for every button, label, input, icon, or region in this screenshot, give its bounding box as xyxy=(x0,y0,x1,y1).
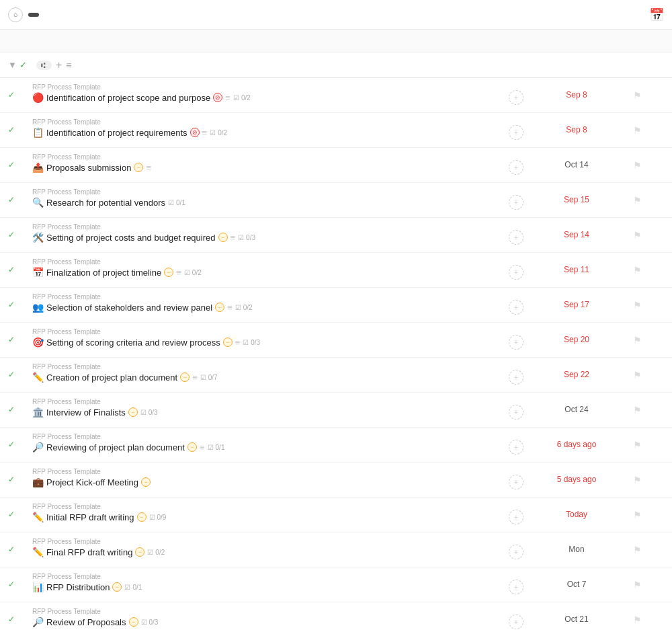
flag-icon[interactable]: ⚑ xyxy=(633,90,642,101)
task-name[interactable]: Setting of scoring criteria and review p… xyxy=(46,338,220,348)
flag-icon[interactable]: ⚑ xyxy=(633,195,642,206)
task-name[interactable]: Reviewing of project plan document xyxy=(46,442,185,452)
task-due-col: Sep 8 xyxy=(543,114,610,134)
task-check-icon[interactable]: ✓ xyxy=(8,405,15,414)
flag-icon[interactable]: ⚑ xyxy=(633,265,642,276)
task-name[interactable]: Identification of project requirements xyxy=(46,128,187,138)
flag-icon[interactable]: ⚑ xyxy=(633,405,642,416)
assignee-avatar[interactable]: + xyxy=(509,370,523,385)
flag-icon[interactable]: ⚑ xyxy=(633,160,642,171)
assignee-avatar[interactable]: + xyxy=(509,90,523,105)
task-name[interactable]: Creation of project plan document xyxy=(46,372,177,383)
task-priority-col: ⚑ xyxy=(610,394,664,416)
assignee-avatar[interactable]: + xyxy=(509,405,523,420)
task-check-icon[interactable]: ✓ xyxy=(8,335,15,344)
task-content: RFP Process Template 🛠️ Setting of proje… xyxy=(32,219,489,247)
collapse-icon[interactable]: ▼ xyxy=(8,60,17,70)
task-name[interactable]: Identification of project scope and purp… xyxy=(46,93,210,103)
task-name[interactable]: Final RFP draft writing xyxy=(46,547,132,557)
group-add-button[interactable]: + xyxy=(56,59,62,71)
task-left-col: ✓ xyxy=(8,114,32,134)
task-content: RFP Process Template 🔎 Review of Proposa… xyxy=(32,604,489,631)
task-check-icon[interactable]: ✓ xyxy=(8,440,15,449)
add-assignee-icon: + xyxy=(514,339,518,346)
task-menu-icon[interactable]: ≡ xyxy=(200,442,205,452)
task-priority-col: ⚑ xyxy=(610,429,664,450)
task-check-icon[interactable]: ✓ xyxy=(8,195,15,204)
assignee-avatar[interactable]: + xyxy=(509,300,523,315)
task-menu-icon[interactable]: ≡ xyxy=(225,93,230,103)
task-name[interactable]: Finalization of project timeline xyxy=(46,268,161,278)
task-name-row: 👥 Selection of stakeholders and review p… xyxy=(32,302,484,313)
flag-icon[interactable]: ⚑ xyxy=(633,370,642,381)
task-check-icon[interactable]: ✓ xyxy=(8,475,15,484)
assignee-avatar[interactable]: + xyxy=(509,125,523,140)
task-check-icon[interactable]: ✓ xyxy=(8,300,15,309)
flag-icon[interactable]: ⚑ xyxy=(633,545,642,555)
task-check-icon[interactable]: ✓ xyxy=(8,370,15,379)
task-name[interactable]: Selection of stakeholders and review pan… xyxy=(46,303,212,313)
task-left-col: ✓ xyxy=(8,604,32,624)
flag-icon[interactable]: ⚑ xyxy=(633,615,642,625)
flag-icon[interactable]: ⚑ xyxy=(633,230,642,241)
task-check-icon[interactable]: ✓ xyxy=(8,265,15,274)
assignee-avatar[interactable]: + xyxy=(509,335,523,350)
priority-medium-dot: − xyxy=(218,233,228,242)
task-name[interactable]: Interview of Finalists xyxy=(46,407,126,418)
flag-icon[interactable]: ⚑ xyxy=(633,475,642,485)
header-bar: ○ 📅 xyxy=(0,0,672,30)
task-name[interactable]: Review of Proposals xyxy=(46,617,126,627)
task-menu-icon[interactable]: ≡ xyxy=(202,128,208,138)
assignee-avatar[interactable]: + xyxy=(509,440,523,455)
task-check-icon[interactable]: ✓ xyxy=(8,125,15,134)
assignee-avatar[interactable]: + xyxy=(509,160,523,175)
back-button[interactable]: ○ xyxy=(8,7,23,22)
flag-icon[interactable]: ⚑ xyxy=(633,440,642,450)
flag-icon[interactable]: ⚑ xyxy=(633,125,642,136)
assignee-avatar[interactable]: + xyxy=(509,195,523,210)
priority-medium-dot: − xyxy=(135,547,144,557)
flag-icon[interactable]: ⚑ xyxy=(633,300,642,311)
priority-medium-dot: − xyxy=(141,477,151,487)
task-row: ✓ RFP Process Template ✏️ Initial RFP dr… xyxy=(0,498,672,532)
assignee-avatar[interactable]: + xyxy=(509,265,523,280)
task-menu-icon[interactable]: ≡ xyxy=(146,163,151,173)
flag-icon[interactable]: ⚑ xyxy=(633,580,642,590)
task-check-icon[interactable]: ✓ xyxy=(8,510,15,519)
task-check-icon[interactable]: ✓ xyxy=(8,160,15,169)
task-menu-icon[interactable]: ≡ xyxy=(176,268,181,278)
assignee-avatar[interactable]: + xyxy=(509,230,523,245)
task-name[interactable]: Proposals submission xyxy=(46,163,131,173)
task-menu-icon[interactable]: ≡ xyxy=(192,372,198,383)
task-name[interactable]: RFP Distribution xyxy=(46,582,110,592)
task-check-icon[interactable]: ✓ xyxy=(8,90,15,100)
tasks-list: ✓ RFP Process Template 🔴 Identification … xyxy=(0,78,672,632)
task-menu-icon[interactable]: ≡ xyxy=(235,338,241,348)
assignee-avatar[interactable]: + xyxy=(509,580,523,594)
task-name[interactable]: Research for potential vendors xyxy=(46,198,165,208)
task-left-col: ✓ xyxy=(8,429,32,449)
task-left-col: ✓ xyxy=(8,254,32,274)
task-check-icon[interactable]: ✓ xyxy=(8,230,15,239)
task-emoji: 🔎 xyxy=(32,442,44,452)
task-check-icon[interactable]: ✓ xyxy=(8,545,15,554)
task-menu-icon[interactable]: ≡ xyxy=(230,233,236,243)
group-menu-button[interactable]: ≡ xyxy=(66,60,71,71)
assignee-avatar[interactable]: + xyxy=(509,475,523,489)
assignee-avatar[interactable]: + xyxy=(509,615,523,629)
task-row: ✓ RFP Process Template 🏛️ Interview of F… xyxy=(0,393,672,428)
assignee-avatar[interactable]: + xyxy=(509,510,523,524)
task-name[interactable]: Project Kick-off Meeting xyxy=(46,477,138,487)
task-name[interactable]: Initial RFP draft writing xyxy=(46,512,134,522)
task-name-row: 📋 Identification of project requirements… xyxy=(32,127,484,138)
subtask-count: ☑0/2 xyxy=(184,269,202,276)
task-check-icon[interactable]: ✓ xyxy=(8,615,15,624)
task-name[interactable]: Setting of project costs and budget requ… xyxy=(46,233,216,243)
task-due-col: Sep 14 xyxy=(543,219,610,239)
flag-icon[interactable]: ⚑ xyxy=(633,335,642,346)
assignee-avatar[interactable]: + xyxy=(509,545,523,559)
task-menu-icon[interactable]: ≡ xyxy=(227,303,233,313)
flag-icon[interactable]: ⚑ xyxy=(633,510,642,520)
task-check-icon[interactable]: ✓ xyxy=(8,580,15,589)
task-due-col: Sep 17 xyxy=(543,289,610,309)
